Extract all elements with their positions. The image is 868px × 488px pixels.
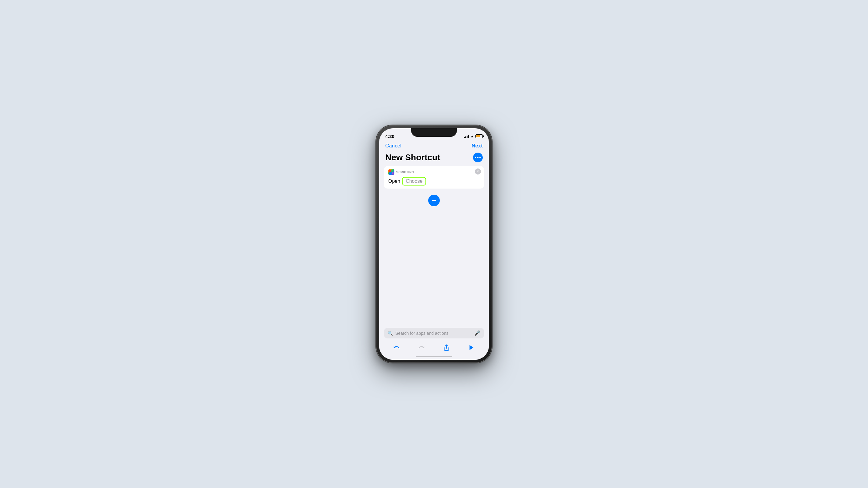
more-dot-1 — [475, 157, 476, 158]
status-time: 4:20 — [385, 134, 394, 139]
share-button[interactable] — [441, 342, 452, 353]
mic-icon[interactable]: 🎤 — [474, 330, 480, 336]
scripting-icon — [388, 169, 394, 175]
phone-screen: 4:20 ▲ Cancel Next New Shortcut — [379, 128, 489, 360]
wifi-icon: ▲ — [470, 134, 474, 138]
next-button[interactable]: Next — [471, 143, 483, 149]
search-icon: 🔍 — [388, 331, 393, 336]
add-icon: + — [432, 197, 436, 204]
scripting-label: SCRIPTING — [396, 171, 414, 174]
action-text: Open — [388, 178, 400, 184]
content-area: SCRIPTING × Open Choose + — [379, 166, 489, 206]
choose-button[interactable]: Choose — [402, 177, 426, 186]
page-title: New Shortcut — [385, 153, 440, 162]
nav-bar: Cancel Next — [379, 142, 489, 152]
action-card: SCRIPTING × Open Choose — [384, 166, 484, 189]
search-bar[interactable]: 🔍 Search for apps and actions 🎤 — [384, 328, 484, 338]
bottom-area: 🔍 Search for apps and actions 🎤 — [379, 325, 489, 360]
signal-icon — [464, 134, 469, 138]
play-button[interactable] — [466, 342, 477, 353]
page-header: New Shortcut — [379, 152, 489, 166]
more-button[interactable] — [473, 153, 483, 162]
svg-marker-1 — [470, 345, 474, 350]
notch — [411, 128, 457, 137]
redo-button[interactable] — [416, 342, 427, 353]
status-icons: ▲ — [464, 134, 483, 138]
battery-icon — [475, 134, 483, 138]
undo-button[interactable] — [391, 342, 402, 353]
action-body: Open Choose — [388, 177, 480, 186]
add-action-button[interactable]: + — [428, 195, 440, 206]
home-indicator — [416, 356, 452, 357]
action-card-header: SCRIPTING — [388, 169, 480, 175]
phone-frame: 4:20 ▲ Cancel Next New Shortcut — [376, 125, 492, 363]
cancel-button[interactable]: Cancel — [385, 143, 401, 149]
bottom-toolbar — [384, 341, 484, 355]
more-dot-3 — [479, 157, 480, 158]
more-dot-2 — [477, 157, 478, 158]
close-button[interactable]: × — [475, 168, 481, 174]
search-placeholder: Search for apps and actions — [395, 331, 472, 336]
